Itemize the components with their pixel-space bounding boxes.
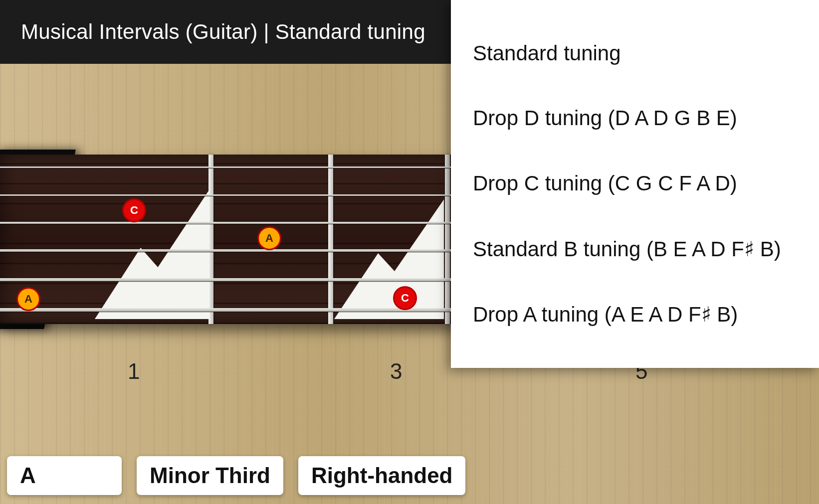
note-marker-a-fret2[interactable]: A	[257, 226, 281, 250]
fret-label-1: 1	[128, 359, 140, 384]
interval-selector[interactable]: Minor Third	[137, 456, 283, 495]
tuning-option-standard[interactable]: Standard tuning	[473, 41, 797, 65]
tuning-dropdown[interactable]: Standard tuning Drop D tuning (D A D G B…	[451, 0, 819, 368]
tuning-option-drop-c[interactable]: Drop C tuning (C G C F A D)	[473, 171, 797, 195]
tuning-option-standard-b[interactable]: Standard B tuning (B E A D F♯ B)	[473, 237, 797, 261]
svg-marker-0	[95, 189, 209, 319]
note-marker-c-fret3[interactable]: C	[393, 286, 417, 310]
tuning-option-drop-a[interactable]: Drop A tuning (A E A D F♯ B)	[473, 302, 797, 327]
fret-inlay-1	[95, 189, 209, 319]
bottom-selectors: A Minor Third Right-handed	[7, 456, 465, 495]
tuning-option-drop-d[interactable]: Drop D tuning (D A D G B E)	[473, 106, 797, 130]
note-marker-c-fret1[interactable]: C	[122, 198, 146, 222]
fret-2	[328, 155, 333, 324]
note-marker-a-open[interactable]: A	[16, 287, 40, 311]
fret-inlay-3	[334, 199, 444, 319]
root-note-selector[interactable]: A	[7, 456, 122, 495]
svg-marker-1	[334, 199, 444, 319]
fret-label-3: 3	[390, 359, 402, 384]
handedness-selector[interactable]: Right-handed	[298, 456, 466, 495]
page-title: Musical Intervals (Guitar) | Standard tu…	[21, 20, 425, 44]
fret-3	[445, 155, 450, 324]
